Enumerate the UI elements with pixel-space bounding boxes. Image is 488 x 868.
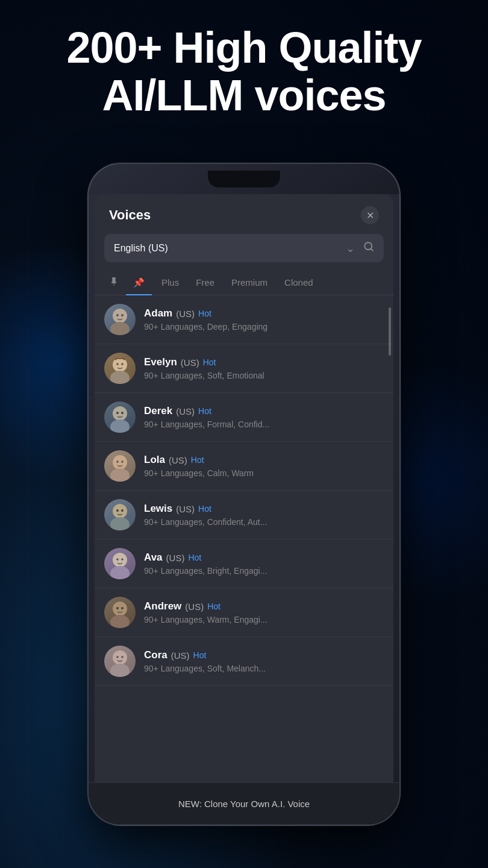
svg-point-23 <box>110 566 130 579</box>
voice-badge-andrew: Hot <box>207 602 221 611</box>
voice-info-evelyn: Evelyn (US) Hot 90+ Languages, Soft, Emo… <box>144 356 384 380</box>
tab-cloned[interactable]: Premium <box>224 271 275 295</box>
svg-point-31 <box>110 664 130 677</box>
voice-item-lewis[interactable]: Lewis (US) Hot 90+ Languages, Confident,… <box>95 491 393 539</box>
voice-locale-derek: (US) <box>176 406 195 417</box>
svg-point-20 <box>116 509 119 512</box>
svg-point-32 <box>116 656 119 658</box>
headline-line1: 200+ High Quality <box>66 24 421 72</box>
svg-point-29 <box>121 607 124 609</box>
voice-badge-adam: Hot <box>198 309 211 318</box>
voice-badge-lewis: Hot <box>198 504 211 514</box>
voice-name-lola: Lola <box>144 454 165 466</box>
modal-content: Voices ✕ English (US) ⌄ <box>95 194 393 807</box>
voice-info-adam: Adam (US) Hot 90+ Languages, Deep, Engag… <box>144 307 384 332</box>
svg-point-8 <box>116 363 119 365</box>
tab-community[interactable]: Cloned <box>277 271 321 295</box>
phone-notch <box>208 171 280 187</box>
voice-name-cora: Cora <box>144 649 167 661</box>
voice-name-evelyn: Evelyn <box>144 356 177 368</box>
voice-badge-evelyn: Hot <box>203 357 216 367</box>
voice-item-ava[interactable]: Ava (US) Hot 90+ Languages, Bright, Enga… <box>95 539 393 588</box>
bottom-clone-text: NEW: Clone Your Own A.I. Voice <box>178 799 310 809</box>
voice-locale-cora: (US) <box>171 650 190 661</box>
svg-point-27 <box>110 615 130 628</box>
svg-point-22 <box>113 553 127 567</box>
voice-name-ava: Ava <box>144 552 163 564</box>
voice-locale-ava: (US) <box>166 553 185 563</box>
svg-point-15 <box>110 468 130 482</box>
tab-premium[interactable]: Free <box>189 271 222 295</box>
svg-point-28 <box>116 607 119 609</box>
language-value: English (US) <box>114 243 168 254</box>
voice-info-ava: Ava (US) Hot 90+ Languages, Bright, Enga… <box>144 552 384 576</box>
svg-point-16 <box>116 461 119 463</box>
voice-item-cora[interactable]: Cora (US) Hot 90+ Languages, Soft, Melan… <box>95 637 393 686</box>
svg-point-2 <box>113 309 127 323</box>
headline-line2: AI/LLM voices <box>102 71 386 119</box>
svg-point-13 <box>121 412 124 414</box>
voice-item-derek[interactable]: Derek (US) Hot 90+ Languages, Formal, Co… <box>95 393 393 442</box>
modal-header: Voices ✕ <box>95 194 393 234</box>
language-selector[interactable]: English (US) ⌄ <box>104 234 384 262</box>
voice-locale-adam: (US) <box>176 309 195 319</box>
voice-badge-lola: Hot <box>191 455 204 465</box>
svg-point-10 <box>113 406 127 421</box>
svg-point-30 <box>113 650 127 665</box>
voice-badge-ava: Hot <box>188 553 201 562</box>
voice-locale-lola: (US) <box>169 455 187 465</box>
voice-item-andrew[interactable]: Andrew (US) Hot 90+ Languages, Warm, Eng… <box>95 588 393 637</box>
svg-point-4 <box>116 314 119 316</box>
voice-item-adam[interactable]: Adam (US) Hot 90+ Languages, Deep, Engag… <box>95 295 393 344</box>
voice-name-lewis: Lewis <box>144 503 172 515</box>
voice-name-adam: Adam <box>144 307 172 319</box>
voice-desc-adam: 90+ Languages, Deep, Engaging <box>144 322 384 332</box>
voice-avatar-lola <box>104 450 136 482</box>
voice-avatar-derek <box>104 401 136 433</box>
voice-avatar-andrew <box>104 597 136 628</box>
voice-avatar-cora <box>104 646 136 677</box>
voice-info-cora: Cora (US) Hot 90+ Languages, Soft, Melan… <box>144 649 384 673</box>
voice-info-lola: Lola (US) Hot 90+ Languages, Calm, Warm <box>144 454 384 478</box>
headline-text: 200+ High Quality AI/LLM voices <box>24 24 464 119</box>
voice-desc-evelyn: 90+ Languages, Soft, Emotional <box>144 371 384 380</box>
voice-info-lewis: Lewis (US) Hot 90+ Languages, Confident,… <box>144 503 384 527</box>
voice-avatar-lewis <box>104 499 136 530</box>
svg-point-5 <box>121 314 124 316</box>
voice-badge-cora: Hot <box>193 650 207 660</box>
svg-point-21 <box>121 509 124 512</box>
voice-avatar-ava <box>104 548 136 579</box>
voice-locale-andrew: (US) <box>185 602 204 612</box>
close-button[interactable]: ✕ <box>361 206 379 224</box>
svg-point-26 <box>113 602 127 616</box>
svg-point-14 <box>113 455 127 470</box>
voice-item-lola[interactable]: Lola (US) Hot 90+ Languages, Calm, Warm <box>95 442 393 491</box>
voice-avatar-adam <box>104 304 136 335</box>
phone-bottom-bar: NEW: Clone Your Own A.I. Voice <box>89 782 399 825</box>
svg-point-33 <box>121 656 124 658</box>
voice-desc-lola: 90+ Languages, Calm, Warm <box>144 468 384 478</box>
tab-free[interactable]: Plus <box>154 271 186 295</box>
svg-point-9 <box>121 363 124 365</box>
svg-point-7 <box>110 371 130 384</box>
svg-point-3 <box>110 322 130 335</box>
modal-title: Voices <box>109 207 151 223</box>
svg-point-25 <box>121 558 124 561</box>
search-icon[interactable] <box>363 241 374 255</box>
svg-point-12 <box>116 412 119 414</box>
headline-section: 200+ High Quality AI/LLM voices <box>0 24 488 119</box>
svg-point-24 <box>116 558 119 561</box>
voice-desc-lewis: 90+ Languages, Confident, Aut... <box>144 517 384 527</box>
tab-plus[interactable]: 📌 <box>126 271 152 295</box>
scroll-indicator <box>389 307 391 356</box>
voice-item-evelyn[interactable]: Evelyn (US) Hot 90+ Languages, Soft, Emo… <box>95 344 393 393</box>
svg-line-1 <box>371 248 372 250</box>
chevron-down-icon: ⌄ <box>346 242 355 255</box>
phone-top-bar <box>89 164 399 194</box>
voice-desc-ava: 90+ Languages, Bright, Engagi... <box>144 566 384 576</box>
pin-tab[interactable] <box>104 271 124 295</box>
tabs-bar: 📌 Plus Free Premium Cloned <box>95 271 393 295</box>
voice-list: Adam (US) Hot 90+ Languages, Deep, Engag… <box>95 295 393 807</box>
voice-avatar-evelyn <box>104 353 136 384</box>
svg-point-18 <box>113 504 127 518</box>
